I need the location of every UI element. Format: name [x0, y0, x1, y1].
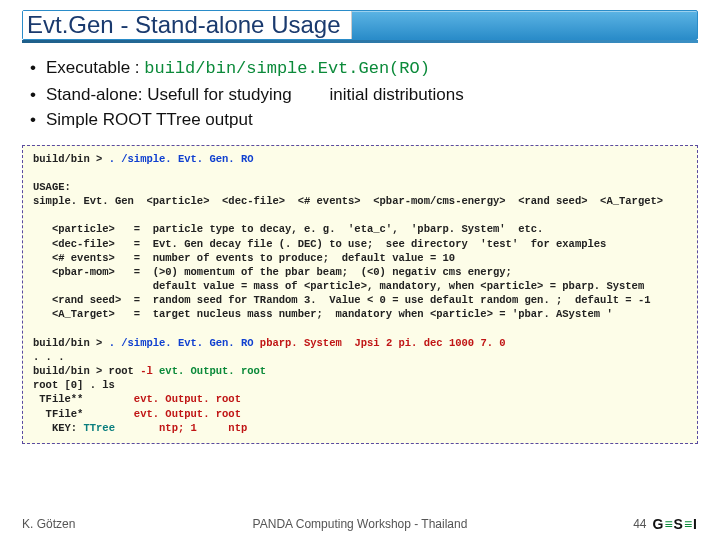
bullet-list: • Executable : build/bin/simple.Evt.Gen(…: [30, 55, 690, 133]
footer-event: PANDA Computing Workshop - Thailand: [0, 517, 720, 531]
footer-page: 44: [633, 517, 646, 531]
slide-title: Evt.Gen - Stand-alone Usage: [23, 11, 352, 39]
title-bar: Evt.Gen - Stand-alone Usage: [22, 10, 698, 40]
terminal-codebox: build/bin > . /simple. Evt. Gen. RO USAG…: [22, 145, 698, 444]
bullet-1: • Executable : build/bin/simple.Evt.Gen(…: [30, 55, 690, 82]
bullet-3: • Simple ROOT TTree output: [30, 107, 690, 133]
title-underline: [22, 40, 698, 43]
bullet-1-pre: Executable :: [46, 58, 144, 77]
footer: K. Götzen PANDA Computing Workshop - Tha…: [0, 516, 720, 532]
gsi-logo: G≡S≡I: [653, 516, 698, 532]
bullet-2: • Stand-alone: Usefull for studying init…: [30, 82, 690, 108]
bullet-1-code: build/bin/simple.Evt.Gen(RO): [144, 59, 430, 78]
